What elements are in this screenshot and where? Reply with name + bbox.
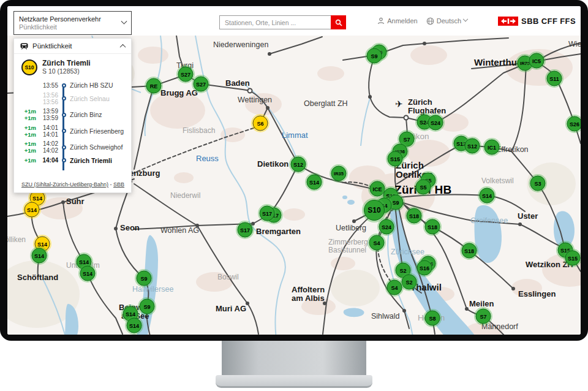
station-marker[interactable] bbox=[402, 309, 406, 313]
panel-header[interactable]: Pünktlichkeit bbox=[14, 39, 131, 54]
map-place-label: Wettingen bbox=[238, 96, 272, 104]
map-line-badge[interactable]: S14 bbox=[127, 318, 142, 333]
station-marker[interactable] bbox=[251, 222, 255, 226]
map-line-badge[interactable]: S9 bbox=[367, 48, 382, 64]
station-marker[interactable] bbox=[195, 224, 199, 227]
login-link[interactable]: Anmelden bbox=[377, 17, 418, 25]
map-place-label: am Albis bbox=[292, 294, 325, 303]
map-place-label: Basistunnel bbox=[328, 246, 366, 254]
map-line-badge[interactable]: S18 bbox=[425, 219, 440, 235]
map-place-label: Meilen bbox=[469, 299, 494, 308]
stop-row: 13:55Zürich HB SZU bbox=[21, 82, 127, 89]
map-place-label: Flughafen bbox=[408, 106, 446, 115]
search-input[interactable] bbox=[219, 15, 331, 29]
map-place-label: Dietikon bbox=[257, 159, 288, 169]
station-marker[interactable] bbox=[465, 307, 469, 311]
map-line-badge[interactable]: S27 bbox=[178, 67, 194, 82]
station-marker[interactable] bbox=[247, 88, 253, 94]
map-line-badge[interactable]: S9 bbox=[140, 299, 155, 314]
search-bar bbox=[219, 15, 346, 29]
station-marker[interactable] bbox=[266, 106, 270, 110]
map-place-label: Suhr bbox=[66, 197, 85, 206]
stop-row: 13:5613:56Zürich Selnau bbox=[21, 92, 127, 105]
network-layer-select[interactable]: Netzkarte Personenverkehr Pünktlichkeit bbox=[13, 11, 132, 35]
search-icon bbox=[335, 19, 342, 26]
map-line-badge[interactable]: IR35 bbox=[331, 166, 347, 181]
map-place-label: Sihlwald bbox=[371, 312, 400, 321]
station-marker[interactable] bbox=[518, 222, 522, 226]
map-place-label: Uetliberg bbox=[336, 224, 366, 232]
map-line-badge[interactable]: S16 bbox=[417, 260, 432, 276]
panel-title: Pünktlichkeit bbox=[32, 42, 116, 50]
map-line-badge[interactable]: S9 bbox=[137, 271, 152, 286]
map-line-badge[interactable]: S14 bbox=[32, 248, 47, 264]
map-place-label: Muri AG bbox=[216, 304, 246, 313]
station-marker[interactable] bbox=[61, 200, 65, 204]
map-line-badge[interactable]: S4 bbox=[387, 280, 402, 295]
map-place-label: Baden bbox=[225, 78, 250, 88]
station-marker[interactable] bbox=[323, 302, 326, 305]
map-line-badge[interactable]: S12 bbox=[291, 157, 306, 172]
stop-row: +1m+1m14:0114:01Zürich Friesenberg bbox=[21, 124, 127, 138]
map-line-badge[interactable]: S15 bbox=[565, 251, 581, 266]
map-line-badge[interactable]: S3 bbox=[530, 176, 546, 191]
station-marker[interactable] bbox=[423, 42, 426, 45]
map-line-badge[interactable]: S15 bbox=[388, 151, 403, 167]
map-place-label: Wiesendangen bbox=[568, 40, 581, 48]
station-marker[interactable] bbox=[404, 115, 409, 121]
layer-select-sublabel: Pünktlichkeit bbox=[19, 23, 122, 31]
station-marker[interactable] bbox=[114, 227, 118, 230]
map-place-label: Brugg AG bbox=[160, 88, 198, 97]
stop-list: 13:55Zürich HB SZU13:5613:56Zürich Selna… bbox=[21, 82, 127, 164]
map-line-badge[interactable]: IC1 bbox=[484, 140, 500, 155]
station-marker[interactable] bbox=[268, 52, 271, 56]
map-place-label: Bremgarten bbox=[256, 227, 301, 236]
station-marker[interactable] bbox=[352, 219, 356, 223]
monitor-mockup: NiederweningenTurgiBrugg AGBadenWettinge… bbox=[0, 0, 588, 391]
language-label: Deutsch bbox=[437, 17, 461, 25]
map-line-badge[interactable]: S14 bbox=[24, 202, 40, 218]
map-line-badge[interactable]: S5 bbox=[416, 180, 431, 195]
chevron-up-icon[interactable] bbox=[120, 44, 126, 50]
map-line-badge[interactable]: S18 bbox=[407, 208, 422, 224]
map-place-label: Kölliken bbox=[7, 235, 26, 244]
map-line-badge[interactable]: RE bbox=[146, 78, 162, 94]
stop-row: +1m+1m14:0214:02Zürich Schweighof bbox=[21, 140, 127, 154]
layer-select-value: Netzkarte Personenverkehr bbox=[19, 15, 122, 23]
map-place-label: Zimmerberg bbox=[328, 238, 368, 246]
map-line-badge[interactable]: S14 bbox=[80, 266, 96, 281]
map-line-badge[interactable]: S26 bbox=[567, 116, 581, 132]
map-place-label: Fislisbach bbox=[183, 126, 215, 135]
map-line-badge[interactable]: S17 bbox=[260, 206, 275, 221]
map-line-badge[interactable]: S2 bbox=[402, 275, 417, 290]
map-line-badge[interactable]: S4 bbox=[369, 235, 385, 251]
station-marker[interactable] bbox=[511, 287, 515, 290]
map-line-badge[interactable]: S18 bbox=[462, 243, 477, 259]
map-line-badge[interactable]: S6 bbox=[253, 116, 268, 131]
map-line-badge[interactable]: S11 bbox=[547, 71, 562, 86]
operator-link[interactable]: SZU (Sihltal-Zürich-Uetliberg-Bahn) bbox=[21, 181, 108, 188]
map-line-badge[interactable]: S24 bbox=[379, 219, 394, 235]
map-place-label: Niederweningen bbox=[213, 40, 268, 49]
map-place-label: Oberglatt ZH bbox=[304, 99, 348, 108]
map-line-badge[interactable]: S27 bbox=[194, 77, 209, 92]
map-line-badge[interactable]: S10 bbox=[364, 200, 385, 221]
airplane-icon: ✈ bbox=[395, 99, 403, 110]
search-button[interactable] bbox=[331, 15, 346, 29]
map-line-badge[interactable]: S14 bbox=[307, 175, 322, 190]
map-place-label: Winterthur bbox=[474, 57, 521, 67]
stop-row: +1m14:04Zürich Triemli bbox=[21, 157, 127, 164]
language-select[interactable]: Deutsch bbox=[426, 17, 467, 25]
map-line-badge[interactable]: S8 bbox=[425, 311, 440, 326]
operator-link[interactable]: SBB bbox=[113, 181, 124, 188]
map-line-badge[interactable]: S14 bbox=[480, 188, 495, 203]
map-line-badge[interactable]: S24 bbox=[428, 115, 443, 131]
station-marker[interactable] bbox=[368, 95, 372, 99]
map-line-badge[interactable]: IC5 bbox=[529, 53, 545, 69]
map-place-label: Affoltern bbox=[292, 285, 325, 294]
map-line-badge[interactable]: S7 bbox=[476, 309, 491, 324]
map-line-badge[interactable]: S17 bbox=[238, 222, 253, 238]
map-place-label: Uster bbox=[518, 211, 538, 221]
station-marker[interactable] bbox=[246, 302, 249, 305]
map-line-badge[interactable]: S12 bbox=[465, 139, 480, 154]
